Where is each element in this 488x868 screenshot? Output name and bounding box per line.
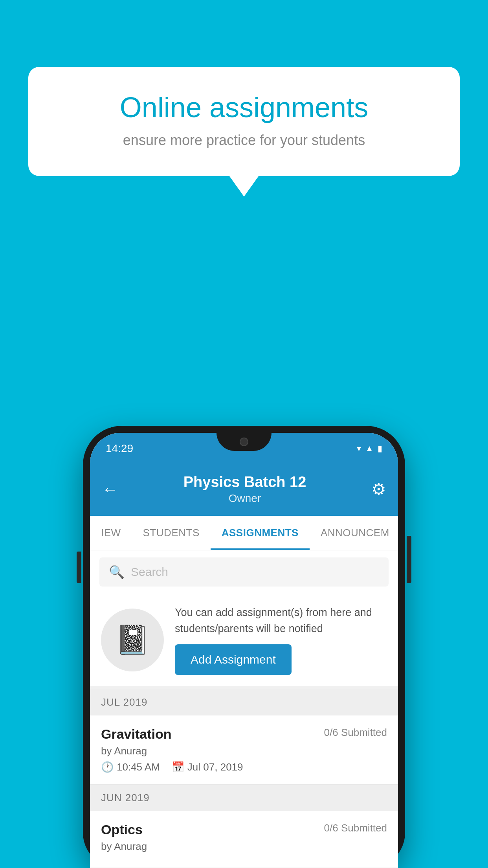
tab-students[interactable]: STUDENTS <box>132 516 211 550</box>
search-container: 🔍 Search <box>90 550 398 594</box>
settings-button[interactable]: ⚙ <box>371 480 386 499</box>
assignment-submitted: 0/6 Submitted <box>324 726 387 739</box>
speech-bubble-subtitle: ensure more practice for your students <box>56 132 432 149</box>
wifi-icon: ▾ <box>357 443 361 454</box>
speech-bubble-title: Online assignments <box>56 90 432 124</box>
phone-outer: 14:29 ▾ ▲ ▮ ← Physics Batch 12 Owner ⚙ <box>83 426 405 868</box>
status-icons: ▾ ▲ ▮ <box>357 443 382 454</box>
assignment-meta: 🕐 10:45 AM 📅 Jul 07, 2019 <box>101 761 387 773</box>
speech-bubble: Online assignments ensure more practice … <box>28 67 460 176</box>
assignment-row-top-optics: Optics 0/6 Submitted <box>101 822 387 837</box>
status-bar: 14:29 ▾ ▲ ▮ <box>90 433 398 464</box>
signal-icon: ▲ <box>365 443 374 454</box>
notch-cutout <box>216 433 272 451</box>
tabs-bar: IEW STUDENTS ASSIGNMENTS ANNOUNCEM <box>90 516 398 550</box>
promo-description: You can add assignment(s) from here and … <box>175 605 387 636</box>
camera-dot <box>240 438 248 446</box>
status-time: 14:29 <box>106 442 133 455</box>
section-header-jun: JUN 2019 <box>90 785 398 811</box>
assignment-submitted-optics: 0/6 Submitted <box>324 822 387 834</box>
notebook-icon: 📓 <box>115 623 150 657</box>
phone-screen: 14:29 ▾ ▲ ▮ ← Physics Batch 12 Owner ⚙ <box>90 433 398 868</box>
battery-icon: ▮ <box>378 443 382 454</box>
assignment-row-top: Gravitation 0/6 Submitted <box>101 726 387 742</box>
assignment-time: 10:45 AM <box>117 761 160 773</box>
assignment-date: Jul 07, 2019 <box>187 761 243 773</box>
search-box[interactable]: 🔍 Search <box>99 557 389 587</box>
assignment-name: Gravitation <box>101 726 171 742</box>
assignment-item-gravitation[interactable]: Gravitation 0/6 Submitted by Anurag 🕐 10… <box>90 715 398 785</box>
search-icon: 🔍 <box>109 565 125 579</box>
assignment-by: by Anurag <box>101 745 387 757</box>
promo-text-area: You can add assignment(s) from here and … <box>175 605 387 675</box>
header-center: Physics Batch 12 Owner <box>183 474 306 505</box>
header-subtitle: Owner <box>183 492 306 505</box>
tab-iew[interactable]: IEW <box>90 516 132 550</box>
assignment-item-optics[interactable]: Optics 0/6 Submitted by Anurag <box>90 811 398 868</box>
add-assignment-button[interactable]: Add Assignment <box>175 644 292 675</box>
phone-container: 14:29 ▾ ▲ ▮ ← Physics Batch 12 Owner ⚙ <box>83 426 405 868</box>
promo-section: 📓 You can add assignment(s) from here an… <box>90 594 398 689</box>
search-placeholder: Search <box>131 565 168 579</box>
promo-icon-circle: 📓 <box>101 609 164 671</box>
tab-assignments[interactable]: ASSIGNMENTS <box>211 516 310 550</box>
assignment-by-optics: by Anurag <box>101 840 387 853</box>
app-header: ← Physics Batch 12 Owner ⚙ <box>90 464 398 516</box>
speech-bubble-container: Online assignments ensure more practice … <box>28 67 460 176</box>
clock-icon: 🕐 <box>101 761 114 773</box>
assignment-name-optics: Optics <box>101 822 143 837</box>
section-header-jul: JUL 2019 <box>90 689 398 715</box>
meta-time: 🕐 10:45 AM <box>101 761 160 773</box>
back-button[interactable]: ← <box>102 480 118 499</box>
tab-announcements[interactable]: ANNOUNCEM <box>310 516 398 550</box>
header-title: Physics Batch 12 <box>183 474 306 491</box>
meta-date: 📅 Jul 07, 2019 <box>172 761 243 773</box>
calendar-icon: 📅 <box>172 761 184 773</box>
